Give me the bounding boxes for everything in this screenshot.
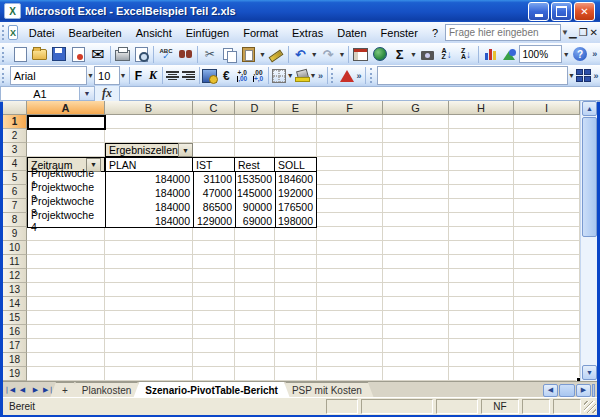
row-header-6[interactable]: 6: [3, 185, 27, 199]
row-header-4[interactable]: 4: [3, 157, 27, 171]
scroll-down-button[interactable]: ▼: [582, 365, 597, 380]
toolbar-grip[interactable]: [2, 68, 8, 83]
name-box[interactable]: A1: [0, 86, 80, 101]
column-header-e[interactable]: E: [275, 101, 317, 115]
row-header-11[interactable]: 11: [3, 255, 27, 269]
decrease-decimal-button[interactable]: ,00+,0: [251, 67, 265, 85]
print-button[interactable]: [114, 45, 131, 63]
menu-fenster[interactable]: Fenster: [374, 24, 425, 42]
tab-split-handle[interactable]: [592, 384, 595, 397]
sheet-tab-plankosten[interactable]: Plankosten: [70, 382, 143, 398]
row-header-1[interactable]: 1: [3, 115, 27, 129]
close-button[interactable]: ✕: [574, 2, 595, 21]
column-header-b[interactable]: B: [105, 101, 193, 115]
sort-ascending-button[interactable]: AZ↓: [438, 45, 455, 63]
scenario-combobox[interactable]: [377, 66, 568, 85]
pivot-value[interactable]: 86500: [193, 200, 235, 214]
spelling-button[interactable]: ABC✓: [157, 45, 174, 63]
scroll-right-button[interactable]: ▶: [576, 384, 591, 397]
pivot-value[interactable]: 47000: [193, 186, 235, 200]
row-header-16[interactable]: 16: [3, 325, 27, 339]
row-header-17[interactable]: 17: [3, 339, 27, 353]
pivot-value[interactable]: 176500: [275, 200, 317, 214]
euro-button[interactable]: €: [219, 67, 233, 85]
row-header-19[interactable]: 19: [3, 367, 27, 381]
minimize-button[interactable]: [528, 2, 549, 21]
help-button[interactable]: ?: [571, 45, 588, 63]
hyperlink-button[interactable]: [371, 45, 388, 63]
row-header-18[interactable]: 18: [3, 353, 27, 367]
sheet-tab-psp-mit-kosten[interactable]: PSP mit Kosten: [280, 382, 374, 398]
pivot-table-button[interactable]: [352, 45, 369, 63]
redo-button[interactable]: ↷: [319, 45, 336, 63]
select-all-corner[interactable]: [3, 101, 27, 115]
resize-grip[interactable]: [584, 401, 596, 413]
pivot-value[interactable]: 184600: [275, 172, 317, 186]
row-header-7[interactable]: 7: [3, 199, 27, 213]
fill-color-dropdown-icon[interactable]: ▼: [310, 67, 317, 85]
row-header-2[interactable]: 2: [3, 129, 27, 143]
menu-format[interactable]: Format: [236, 24, 285, 42]
vertical-scroll-thumb[interactable]: [582, 117, 597, 237]
row-header-15[interactable]: 15: [3, 311, 27, 325]
workbook-close-button[interactable]: ✕: [590, 25, 598, 40]
font-name-combobox[interactable]: Arial: [10, 66, 87, 85]
pivot-value[interactable]: 129000: [193, 214, 235, 228]
borders-dropdown-icon[interactable]: ▼: [287, 67, 294, 85]
autosum-dropdown-icon[interactable]: ▼: [409, 45, 417, 63]
formula-input[interactable]: [119, 86, 600, 101]
save-button[interactable]: [50, 45, 67, 63]
pivot-value[interactable]: 31100: [193, 172, 235, 186]
scenario-warning-button[interactable]: [340, 67, 354, 85]
pdf-export-button[interactable]: [70, 45, 87, 63]
pivot-page-field[interactable]: Ergebniszellen ▼: [105, 143, 193, 157]
row-header-12[interactable]: 12: [3, 269, 27, 283]
font-name-dropdown-icon[interactable]: ▼: [87, 67, 94, 85]
menu-extras[interactable]: Extras: [285, 24, 330, 42]
font-size-dropdown-icon[interactable]: ▼: [120, 67, 127, 85]
menu-hilfe[interactable]: ?: [425, 24, 445, 42]
column-header-h[interactable]: H: [449, 101, 514, 115]
cut-button[interactable]: ✂: [201, 45, 218, 63]
undo-dropdown-icon[interactable]: ▼: [310, 45, 318, 63]
zoom-combobox[interactable]: 100%: [519, 45, 562, 63]
pivot-value[interactable]: 153500: [235, 172, 275, 186]
paste-button[interactable]: [240, 45, 257, 63]
row-header-8[interactable]: 8: [3, 213, 27, 227]
column-header-i[interactable]: I: [514, 101, 580, 115]
scenario-dropdown-icon[interactable]: ▼: [568, 67, 575, 85]
first-sheet-button[interactable]: ❘◀: [3, 382, 16, 398]
align-center-button[interactable]: [166, 67, 180, 85]
drawing-button[interactable]: [501, 45, 518, 63]
pivot-value[interactable]: 69000: [235, 214, 275, 228]
italic-button[interactable]: K: [147, 67, 159, 85]
pivot-col-header[interactable]: SOLL: [275, 157, 317, 172]
pivot-row-label[interactable]: Projektwoche 4: [27, 214, 105, 228]
pivot-value[interactable]: 184000: [105, 214, 193, 228]
toolbar-grip[interactable]: [2, 47, 9, 62]
row-header-10[interactable]: 10: [3, 241, 27, 255]
print-preview-button[interactable]: [133, 45, 150, 63]
pivot-value[interactable]: 145000: [235, 186, 275, 200]
sheet-tab-szenario-pivottable-bericht[interactable]: Szenario-PivotTable-Bericht: [133, 382, 290, 398]
copy-button[interactable]: [220, 45, 237, 63]
pivot-col-header[interactable]: IST: [193, 157, 235, 172]
currency-style-button[interactable]: [202, 67, 217, 85]
fill-color-button[interactable]: [295, 67, 309, 85]
row-header-13[interactable]: 13: [3, 283, 27, 297]
column-header-g[interactable]: G: [383, 101, 449, 115]
toolbar-grip[interactable]: [370, 68, 376, 83]
pivot-value[interactable]: 192000: [275, 186, 317, 200]
active-cell-a1[interactable]: [27, 115, 106, 130]
menu-datei[interactable]: Datei: [22, 24, 62, 42]
insert-function-button[interactable]: fx: [95, 86, 119, 101]
column-header-f[interactable]: F: [317, 101, 383, 115]
chart-wizard-button[interactable]: [482, 45, 499, 63]
horizontal-scrollbar[interactable]: ◀ ▶: [543, 382, 597, 398]
pivot-col-header[interactable]: PLAN: [105, 157, 193, 172]
pivot-value[interactable]: 184000: [105, 172, 193, 186]
pivot-value[interactable]: 184000: [105, 200, 193, 214]
format-painter-button[interactable]: [267, 45, 284, 63]
increase-decimal-button[interactable]: +,0,00: [235, 67, 249, 85]
workbook-restore-button[interactable]: ❐: [579, 25, 588, 40]
